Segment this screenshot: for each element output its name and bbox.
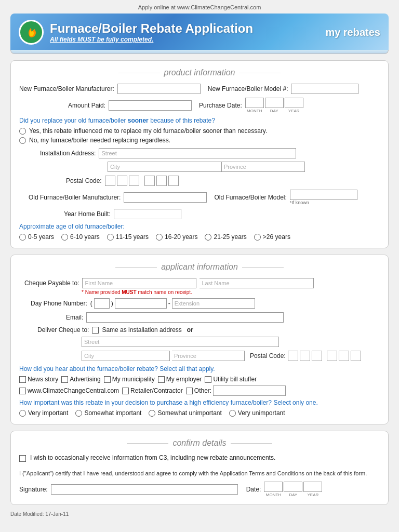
hear-news-checkbox[interactable] <box>19 376 26 383</box>
deliver-postal-6[interactable] <box>351 351 361 361</box>
radio-no[interactable] <box>19 137 26 144</box>
last-name-input[interactable] <box>200 278 314 288</box>
city-province-row <box>108 162 380 172</box>
phone-area-input[interactable] <box>94 298 110 309</box>
postal-box-4[interactable] <box>144 176 155 186</box>
importance-somewhat-radio[interactable] <box>75 410 82 417</box>
importance-very-unimportant-label: Very unimportant <box>238 409 285 417</box>
confirm-year-input[interactable] <box>303 482 322 492</box>
deliver-postal-5[interactable] <box>339 351 349 361</box>
year-home-input[interactable] <box>114 209 181 219</box>
phone-number-input[interactable] <box>115 298 167 309</box>
hear-municipality-checkbox[interactable] <box>104 376 111 383</box>
hear-employer-checkbox[interactable] <box>158 376 165 383</box>
signature-label: Signature: <box>19 486 48 493</box>
age-label-4: 21-25 years <box>214 233 246 241</box>
header-bottom-bar <box>10 50 389 54</box>
hear-website-checkbox[interactable] <box>19 388 26 394</box>
phone-paren-open: ( <box>90 300 92 307</box>
postal-box-2[interactable] <box>117 176 127 186</box>
importance-very-radio[interactable] <box>19 410 26 417</box>
deliver-street-input[interactable] <box>82 337 279 347</box>
postal-box-5[interactable] <box>156 176 167 186</box>
age-radio-5[interactable] <box>254 234 261 241</box>
applicant-section: applicant information Cheque Payable to:… <box>10 255 389 424</box>
importance-unimportant: Somewhat unimportant <box>149 409 221 417</box>
age-option-1: 6-10 years <box>61 233 100 241</box>
year-home-label: Year Home Built: <box>64 210 111 218</box>
hear-retailer-item: Retailer/Contractor <box>122 387 183 394</box>
purchase-day-input[interactable] <box>265 98 284 108</box>
old-manufacturer-row: Old Furnace/Boiler Manufacturer: Old Fur… <box>19 190 380 205</box>
deliver-postal-4[interactable] <box>327 351 337 361</box>
same-as-checkbox[interactable] <box>92 327 99 334</box>
purchase-date-fields: MONTH DAY YEAR <box>245 98 303 113</box>
radio-yes[interactable] <box>19 128 26 135</box>
importance-somewhat-label: Somewhat important <box>84 409 141 417</box>
date-label: Date: <box>246 486 261 493</box>
signature-input[interactable] <box>51 484 238 495</box>
postal-box-6[interactable] <box>168 176 179 186</box>
hear-other-input[interactable] <box>213 385 286 396</box>
amount-label: Amount Paid: <box>68 102 105 109</box>
age-radio-0[interactable] <box>19 234 26 241</box>
hear-advertising-item: Advertising <box>61 376 100 383</box>
hear-retailer-checkbox[interactable] <box>122 388 129 394</box>
old-model-input[interactable] <box>290 190 357 200</box>
deliver-postal-dash <box>324 352 325 360</box>
email-row: Email: <box>19 312 380 323</box>
postal-box-1[interactable] <box>105 176 115 186</box>
confirm-date-labels: MONTH DAY YEAR <box>264 493 322 497</box>
hear-utility-checkbox[interactable] <box>205 376 211 383</box>
age-label-5: >26 years <box>263 233 290 241</box>
hear-advertising-checkbox[interactable] <box>61 376 68 383</box>
deliver-postal-label: Postal Code: <box>250 352 286 360</box>
importance-very: Very important <box>19 409 68 417</box>
age-radio-2[interactable] <box>107 234 114 241</box>
deliver-postal-2[interactable] <box>300 351 310 361</box>
age-radio-1[interactable] <box>61 234 68 241</box>
installation-street-input[interactable] <box>99 148 296 158</box>
phone-extension-input[interactable] <box>172 298 255 309</box>
deliver-postal-3[interactable] <box>312 351 322 361</box>
model-input[interactable] <box>291 84 358 94</box>
confirm-month-input[interactable] <box>264 482 283 492</box>
confirm-checkbox-label: I wish to occasionally receive informati… <box>30 454 275 461</box>
if-known-label: *If known <box>290 200 357 205</box>
importance-very-unimportant-radio[interactable] <box>229 410 236 417</box>
email-input[interactable] <box>86 312 284 323</box>
age-radio-3[interactable] <box>156 234 163 241</box>
postal-code-inputs <box>105 176 179 186</box>
importance-unimportant-radio[interactable] <box>149 410 155 417</box>
hear-website-item: www.ClimateChangeCentral.com <box>19 387 119 394</box>
purchase-year-input[interactable] <box>285 98 303 108</box>
manufacturer-label: New Furnace/Boiler Manufacturer: <box>19 85 114 92</box>
postal-label: Postal Code: <box>66 177 102 184</box>
age-option-4: 21-25 years <box>205 233 246 241</box>
header-title: Furnace/Boiler Rebate Application <box>50 21 253 36</box>
approx-age-section: Approximate age of old furnace/boiler: 0… <box>19 223 380 241</box>
old-manufacturer-input[interactable] <box>124 192 207 203</box>
email-label: Email: <box>66 314 83 321</box>
blue-question: Did you replace your old furnace/boiler … <box>19 117 380 124</box>
installation-city-input[interactable] <box>108 162 222 172</box>
amount-input[interactable] <box>109 100 192 111</box>
hear-other-checkbox[interactable] <box>186 388 193 394</box>
postal-box-3[interactable] <box>129 176 139 186</box>
month-label: MONTH <box>245 109 264 113</box>
hear-news-label: News story <box>28 376 58 383</box>
deliver-postal-1[interactable] <box>288 351 298 361</box>
radio-no-row: No, my furnace/boiler needed replacing r… <box>19 137 380 144</box>
manufacturer-input[interactable] <box>117 84 201 94</box>
deliver-province-input[interactable] <box>172 351 245 361</box>
age-radio-4[interactable] <box>205 234 211 241</box>
first-name-input[interactable] <box>82 278 196 288</box>
deliver-city-input[interactable] <box>82 351 170 361</box>
installation-province-input[interactable] <box>222 162 305 172</box>
purchase-month-input[interactable] <box>245 98 264 108</box>
product-section: product information New Furnace/Boiler M… <box>10 60 389 248</box>
hear-municipality-item: My municipality <box>104 376 155 383</box>
confirm-checkbox[interactable] <box>19 455 26 462</box>
name-note: * Name provided MUST match name on recei… <box>82 289 380 295</box>
confirm-day-input[interactable] <box>284 482 302 492</box>
